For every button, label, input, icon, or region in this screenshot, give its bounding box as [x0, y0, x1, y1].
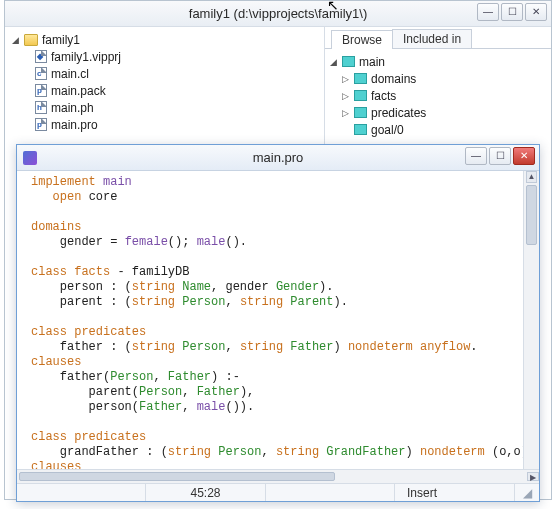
collapse-icon[interactable]: ◢ [329, 57, 338, 66]
tree-file[interactable]: h main.ph [11, 99, 318, 116]
browse-item-label: facts [371, 89, 396, 103]
tree-root[interactable]: ◢ family1 [11, 31, 318, 48]
status-space [266, 484, 395, 501]
tab-included-in[interactable]: Included in [392, 29, 472, 48]
status-empty [17, 484, 146, 501]
expand-icon[interactable]: ▷ [341, 91, 350, 100]
vertical-scrollbar[interactable]: ▲ ▼ [523, 171, 539, 483]
collapse-icon[interactable]: ◢ [11, 35, 20, 44]
tree-root-label: family1 [42, 33, 80, 47]
browse-root[interactable]: ◢ main [329, 53, 547, 70]
browse-item-label: domains [371, 72, 416, 86]
tree-file-label: main.pro [51, 118, 98, 132]
file-icon: h [35, 101, 47, 114]
module-icon [354, 90, 367, 101]
browse-item-label: predicates [371, 106, 426, 120]
module-icon [354, 73, 367, 84]
project-titlebar[interactable]: ↖ family1 (d:\vipprojects\family1\) — ☐ … [5, 1, 551, 27]
scroll-thumb[interactable] [526, 185, 537, 245]
project-window-controls: — ☐ ✕ [477, 3, 547, 21]
minimize-button[interactable]: — [465, 147, 487, 165]
tree-file-label: main.cl [51, 67, 89, 81]
tree-file-label: family1.vipprj [51, 50, 121, 64]
editor-window-controls: — ☐ ✕ [465, 147, 535, 165]
scroll-up-icon[interactable]: ▲ [526, 171, 537, 183]
file-icon: c [35, 67, 47, 80]
tree-file-label: main.ph [51, 101, 94, 115]
close-button[interactable]: ✕ [513, 147, 535, 165]
minimize-button[interactable]: — [477, 3, 499, 21]
tree-file[interactable]: c main.cl [11, 65, 318, 82]
browse-item[interactable]: ▷ domains [329, 70, 547, 87]
file-icon: ◆ [35, 50, 47, 63]
tree-file[interactable]: p main.pack [11, 82, 318, 99]
file-icon: p [35, 84, 47, 97]
editor-window: main.pro — ☐ ✕ implement main open core … [16, 144, 540, 502]
scroll-thumb[interactable] [19, 472, 335, 481]
browse-tree: ◢ main ▷ domains ▷ facts ▷ predi [325, 49, 551, 142]
browse-root-label: main [359, 55, 385, 69]
editor-title: main.pro [17, 150, 539, 165]
maximize-button[interactable]: ☐ [489, 147, 511, 165]
module-icon [354, 107, 367, 118]
module-icon [342, 56, 355, 67]
resize-grip-icon[interactable]: ◢ [515, 484, 539, 501]
file-icon: p [35, 118, 47, 131]
folder-icon [24, 34, 38, 46]
tree-file[interactable]: ◆ family1.vipprj [11, 48, 318, 65]
expand-icon[interactable]: ▷ [341, 108, 350, 117]
project-title: family1 (d:\vipprojects\family1\) [5, 6, 551, 21]
status-bar: 45:28 Insert ◢ [17, 483, 539, 501]
status-insert-mode: Insert [395, 484, 515, 501]
tree-file[interactable]: p main.pro [11, 116, 318, 133]
tree-file-label: main.pack [51, 84, 106, 98]
browse-leaf[interactable]: goal/0 [329, 121, 547, 138]
code-area[interactable]: implement main open core domains gender … [17, 171, 523, 483]
horizontal-scrollbar[interactable]: ▶ [17, 469, 539, 483]
module-icon [354, 124, 367, 135]
tab-browse[interactable]: Browse [331, 30, 393, 49]
browse-item[interactable]: ▷ facts [329, 87, 547, 104]
expand-icon[interactable]: ▷ [341, 74, 350, 83]
browse-tabs: Browse Included in [325, 27, 551, 49]
status-cursor-position: 45:28 [146, 484, 266, 501]
maximize-button[interactable]: ☐ [501, 3, 523, 21]
close-button[interactable]: ✕ [525, 3, 547, 21]
editor-titlebar[interactable]: main.pro — ☐ ✕ [17, 145, 539, 171]
browse-leaf-label: goal/0 [371, 123, 404, 137]
browse-item[interactable]: ▷ predicates [329, 104, 547, 121]
scroll-right-icon[interactable]: ▶ [527, 472, 539, 481]
